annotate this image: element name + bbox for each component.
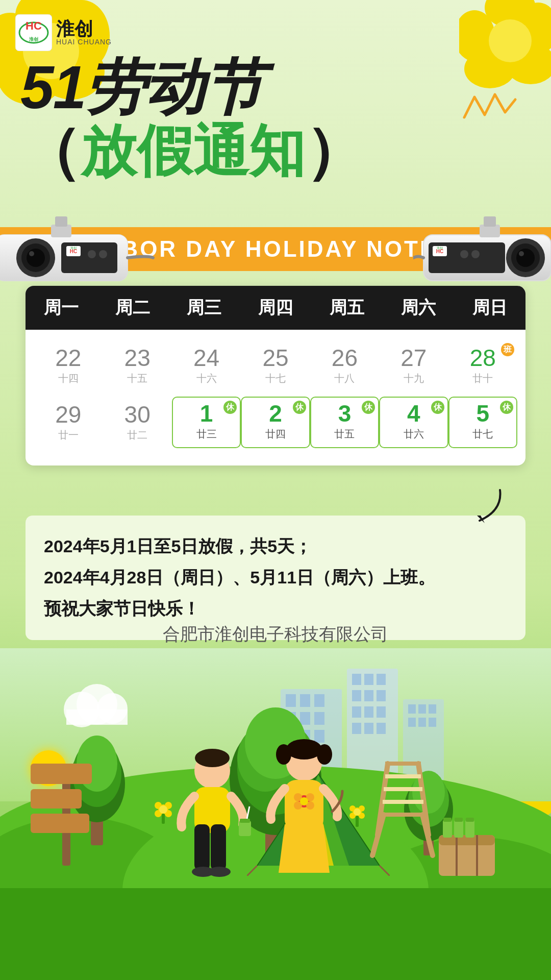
notice-line2: 2024年4月28日（周日）、5月11日（周六）上班。: [44, 562, 507, 593]
svg-rect-68: [364, 706, 373, 718]
cal-header-thu: 周四: [240, 296, 311, 320]
cal-day-25: 25 十七: [241, 340, 310, 391]
svg-rect-148: [455, 818, 463, 822]
svg-point-33: [99, 250, 107, 258]
title-line1: 51劳动节: [20, 56, 531, 119]
svg-rect-69: [377, 706, 386, 718]
ground: [0, 888, 551, 980]
holiday-badge-3: 休: [362, 401, 375, 414]
svg-point-39: [516, 249, 535, 267]
svg-rect-85: [31, 764, 92, 784]
cal-day-2: 2 廿四 休: [241, 397, 310, 448]
cal-day-24: 24 十六: [172, 340, 241, 391]
svg-point-120: [286, 739, 322, 760]
svg-point-46: [471, 250, 480, 258]
svg-point-45: [460, 250, 468, 258]
svg-line-118: [247, 806, 249, 819]
svg-text:淮创: 淮创: [437, 247, 443, 250]
cal-day-30: 30 廿二: [103, 397, 171, 448]
holiday-badge-2: 休: [293, 401, 306, 414]
camera-right: HC 淮创: [413, 209, 551, 303]
svg-rect-75: [418, 704, 426, 714]
cal-day-4: 4 廿六 休: [379, 397, 448, 448]
logo-cn-name: 淮创: [56, 20, 112, 38]
cal-day-29: 29 廿一: [34, 397, 103, 448]
svg-rect-76: [429, 704, 436, 714]
svg-point-40: [519, 251, 524, 256]
notice-line3: 预祝大家节日快乐！: [44, 593, 507, 624]
scribble-decoration: [459, 87, 520, 140]
cal-day-22: 22 十四: [34, 340, 103, 391]
logo-icon: HC 淮创: [15, 14, 52, 51]
cal-header-wed: 周三: [168, 296, 240, 320]
svg-point-110: [195, 749, 230, 767]
svg-rect-65: [364, 690, 373, 701]
notice-line1: 2024年5月1日至5日放假，共5天；: [44, 531, 507, 562]
cal-header-fri: 周五: [311, 296, 383, 320]
svg-rect-146: [465, 820, 474, 838]
arrow-decoration: [459, 485, 510, 533]
svg-rect-48: [484, 216, 496, 227]
furniture: [357, 753, 500, 898]
svg-rect-113: [211, 824, 226, 870]
svg-text:淮创: 淮创: [70, 247, 77, 250]
title-line2-row: （ 放假通知 ）: [20, 119, 531, 183]
svg-text:淮创: 淮创: [29, 37, 38, 42]
svg-rect-78: [418, 718, 426, 727]
svg-point-27: [29, 251, 34, 256]
cal-day-27: 27 十九: [379, 340, 448, 391]
svg-point-32: [88, 250, 96, 258]
svg-rect-117: [240, 819, 250, 823]
svg-rect-74: [408, 704, 416, 714]
holiday-badge-4: 休: [431, 401, 444, 414]
svg-point-122: [317, 744, 332, 765]
svg-rect-63: [377, 674, 386, 685]
svg-rect-67: [352, 706, 361, 718]
work-badge-28: 班: [501, 343, 514, 356]
calendar-week-2: 29 廿一 30 廿二 1 廿三 休 2 廿四 休 3 廿五 休: [34, 397, 517, 448]
svg-rect-144: [443, 820, 452, 838]
holiday-badge-5: 休: [500, 401, 513, 414]
cal-day-5: 5 廿七 休: [448, 397, 517, 448]
svg-rect-35: [55, 216, 67, 227]
notice-area: 2024年5月1日至5日放假，共5天； 2024年4月28日（周日）、5月11日…: [26, 516, 525, 640]
signpost: [26, 743, 107, 868]
svg-rect-64: [352, 690, 361, 701]
svg-rect-87: [31, 814, 89, 833]
characters: [171, 735, 345, 898]
notice-text: 2024年5月1日至5日放假，共5天； 2024年4月28日（周日）、5月11日…: [44, 531, 507, 625]
cal-day-3: 3 廿五 休: [310, 397, 379, 448]
svg-point-155: [159, 805, 167, 814]
svg-rect-86: [31, 789, 82, 808]
title-open-paren: （: [20, 119, 81, 183]
svg-rect-116: [239, 821, 251, 836]
svg-rect-112: [194, 824, 210, 870]
svg-point-115: [208, 867, 231, 877]
svg-rect-62: [364, 674, 373, 685]
svg-point-26: [27, 249, 45, 267]
svg-point-129: [300, 797, 308, 805]
calendar-body: 22 十四 23 十五 24 十六 25 十七 26 十八 27 十九: [26, 330, 525, 465]
svg-text:HC: HC: [26, 19, 42, 32]
cal-day-28: 28 廿十 班: [448, 340, 517, 391]
svg-rect-71: [364, 723, 373, 734]
svg-rect-79: [429, 718, 436, 727]
svg-point-121: [276, 744, 291, 765]
cal-day-23: 23 十五: [103, 340, 171, 391]
svg-rect-145: [454, 820, 463, 838]
svg-rect-147: [443, 818, 452, 822]
svg-rect-77: [408, 718, 416, 727]
title-close-paren: ）: [305, 119, 365, 183]
company-name: 合肥市淮创电子科技有限公司: [0, 623, 551, 646]
logo-text: 淮创 HUAI CHUANG: [56, 20, 112, 45]
svg-rect-61: [352, 674, 361, 685]
cal-day-1: 1 廿三 休: [172, 397, 241, 448]
svg-rect-72: [377, 723, 386, 734]
bottom-illustration: [0, 648, 551, 980]
logo-en-name: HUAI CHUANG: [56, 38, 112, 45]
title-line2: 放假通知: [81, 121, 305, 181]
svg-rect-70: [352, 723, 361, 734]
calendar-week-1: 22 十四 23 十五 24 十六 25 十七 26 十八 27 十九: [34, 340, 517, 391]
svg-rect-66: [377, 690, 386, 701]
calendar-container: 周一 周二 周三 周四 周五 周六 周日 22 十四 23 十五 24 十六 2…: [26, 286, 525, 465]
